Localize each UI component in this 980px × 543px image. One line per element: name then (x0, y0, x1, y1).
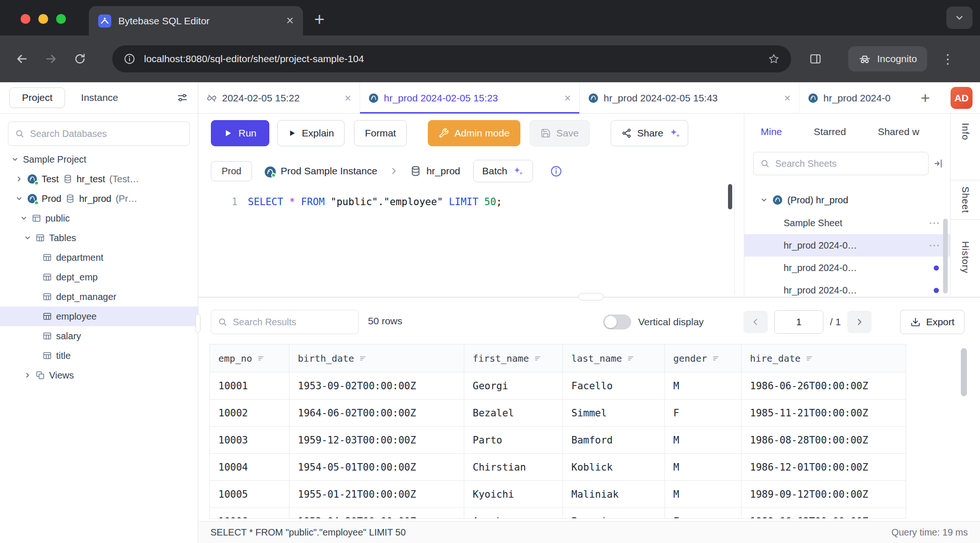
sheet-tab-1[interactable]: 2024-02-05 15:22 × (198, 82, 360, 114)
address-bar[interactable]: localhost:8080/sql-editor/sheet/project-… (112, 45, 791, 72)
sheet-item[interactable]: Sample Sheet ⋯ (744, 212, 950, 234)
sheet-tab-3[interactable]: hr_prod 2024-02-05 15:43 × (580, 82, 800, 114)
table-row[interactable]: 10006 1953-04-20T00:00:00Z Anneke Preusi… (210, 508, 906, 519)
tree-item-table-title[interactable]: title (0, 346, 198, 365)
column-header[interactable]: first_name (464, 344, 563, 372)
format-button[interactable]: Format (354, 120, 407, 146)
tree-item-table-employee[interactable]: employee (0, 307, 198, 326)
admin-mode-button[interactable]: Admin mode (428, 120, 520, 146)
close-sheet-icon[interactable]: × (784, 93, 791, 104)
browser-tab[interactable]: Bytebase SQL Editor × (89, 6, 303, 36)
tab-shared[interactable]: Shared w (878, 126, 919, 137)
sheet-tab-2-active[interactable]: hr_prod 2024-02-05 15:23 × (360, 82, 580, 114)
next-page-button[interactable] (847, 311, 872, 333)
more-actions-icon[interactable]: ⋯ (929, 216, 941, 229)
collapse-panel-button[interactable] (933, 158, 944, 169)
sort-icon[interactable] (712, 355, 720, 362)
run-button[interactable]: Run (211, 120, 269, 146)
new-tab-button[interactable]: + (314, 10, 324, 28)
tree-item-table-dept-manager[interactable]: dept_manager (0, 287, 198, 307)
sheet-search[interactable] (753, 152, 929, 175)
table-row[interactable]: 10005 1955-01-21T00:00:00Z Kyoichi Malin… (210, 481, 906, 508)
table-row[interactable]: 10001 1953-09-02T00:00:00Z Georgi Facell… (210, 372, 906, 400)
panel-scrollbar[interactable] (943, 219, 948, 293)
sheet-search-input[interactable] (775, 158, 922, 169)
table-row[interactable]: 10003 1959-12-03T00:00:00Z Parto Bamford… (210, 427, 906, 454)
editor-scrollbar[interactable] (728, 184, 732, 209)
tree-item-tables[interactable]: Tables (0, 228, 198, 248)
prev-page-button[interactable] (743, 311, 768, 333)
close-window-button[interactable] (21, 14, 30, 24)
database-icon (63, 174, 72, 184)
tab-instance[interactable]: Instance (81, 92, 118, 103)
reload-button[interactable] (65, 52, 94, 65)
column-header[interactable]: last_name (563, 344, 665, 372)
column-header[interactable]: emp_no (210, 344, 289, 372)
tree-item-project[interactable]: Sample Project (0, 150, 198, 169)
sort-icon[interactable] (359, 355, 367, 362)
side-panel-button[interactable] (809, 52, 822, 65)
tree-item-table-salary[interactable]: salary (0, 326, 198, 346)
database-search-input[interactable] (30, 129, 183, 139)
bookmark-star-icon[interactable] (768, 53, 780, 65)
tree-item-views[interactable]: Views (0, 365, 198, 385)
sql-editor[interactable]: 1 SELECT * FROM "public"."employee" LIMI… (198, 185, 734, 297)
close-sheet-icon[interactable]: × (345, 93, 351, 104)
results-search-input[interactable] (233, 317, 352, 328)
sort-icon[interactable] (806, 355, 813, 362)
results-scrollbar[interactable] (961, 348, 967, 396)
tree-item-table-department[interactable]: department (0, 248, 198, 267)
close-sheet-icon[interactable]: × (564, 93, 571, 104)
page-number-input[interactable] (774, 310, 823, 334)
table-row[interactable]: 10002 1964-06-02T00:00:00Z Bezalel Simme… (210, 400, 906, 427)
tab-starred[interactable]: Starred (814, 126, 846, 137)
export-button[interactable]: Export (900, 310, 965, 334)
sort-icon[interactable] (627, 355, 634, 362)
sql-code-line[interactable]: SELECT * FROM "public"."employee" LIMIT … (248, 196, 502, 207)
share-button[interactable]: Share (611, 120, 688, 146)
tab-history[interactable]: History (951, 220, 980, 297)
tree-item-table-dept-emp[interactable]: dept_emp (0, 267, 198, 287)
back-button[interactable] (7, 52, 36, 66)
results-search[interactable] (211, 310, 359, 334)
instance-name[interactable]: Prod Sample Instance (281, 165, 377, 177)
ai-sparkles-icon[interactable] (669, 127, 681, 139)
info-icon[interactable] (550, 165, 562, 178)
batch-button[interactable]: Batch (473, 160, 533, 182)
column-header[interactable]: gender (665, 344, 742, 372)
sheet-item-selected[interactable]: hr_prod 2024-0… ⋯ (744, 234, 950, 257)
close-tab-icon[interactable]: × (286, 14, 294, 27)
table-row[interactable]: 10004 1954-05-01T00:00:00Z Chirstian Kob… (210, 454, 906, 481)
tree-item-test-instance[interactable]: Test hr_test (Test… (0, 169, 198, 189)
maximize-window-button[interactable] (56, 14, 66, 24)
sheet-item[interactable]: hr_prod 2024-0… (744, 279, 950, 297)
sheet-item[interactable]: hr_prod 2024-0… (744, 257, 950, 279)
url-text[interactable]: localhost:8080/sql-editor/sheet/project-… (144, 53, 759, 64)
browser-menu-button[interactable]: ⋮ (941, 51, 954, 67)
site-info-icon[interactable] (123, 53, 136, 65)
sort-icon[interactable] (534, 355, 541, 362)
explain-button[interactable]: Explain (277, 120, 345, 146)
forward-button[interactable] (36, 52, 65, 66)
column-header[interactable]: birth_date (289, 344, 464, 372)
database-search[interactable] (8, 121, 190, 146)
user-avatar[interactable]: AD (951, 87, 973, 109)
filter-settings-button[interactable] (176, 92, 188, 104)
tab-search-button[interactable] (946, 7, 973, 29)
sheet-tab-4[interactable]: hr_prod 2024-0 (800, 82, 914, 114)
vertical-display-toggle[interactable] (603, 314, 631, 329)
minimize-window-button[interactable] (38, 14, 48, 24)
more-actions-icon[interactable]: ⋯ (929, 239, 941, 252)
sort-icon[interactable] (257, 355, 265, 362)
database-name[interactable]: hr_prod (426, 165, 460, 177)
sheet-group[interactable]: (Prod) hr_prod (744, 188, 950, 212)
tab-project[interactable]: Project (9, 87, 65, 108)
column-header[interactable]: hire_date (742, 344, 906, 372)
save-button[interactable]: Save (530, 120, 590, 146)
tab-info[interactable]: Info (951, 114, 980, 180)
new-sheet-button[interactable]: + (921, 90, 930, 106)
tab-sheet[interactable]: Sheet (951, 180, 980, 220)
tab-mine[interactable]: Mine (761, 126, 782, 137)
tree-item-schema-public[interactable]: public (0, 208, 198, 228)
tree-item-prod-instance[interactable]: Prod hr_prod (Pr… (0, 189, 198, 208)
